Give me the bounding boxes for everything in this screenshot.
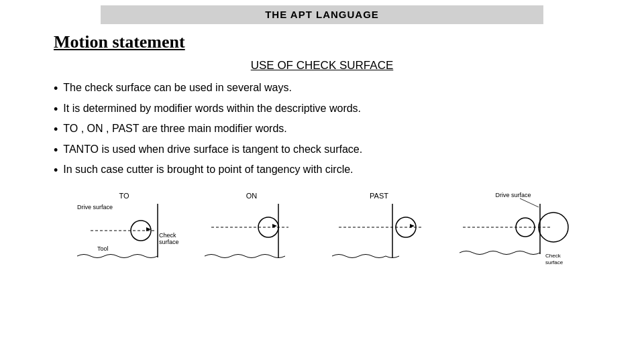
bullet-symbol: • [54,164,58,178]
svg-text:Drive surface: Drive surface [495,192,531,198]
svg-text:surface: surface [545,259,564,265]
section-heading: Motion statement [54,32,590,52]
bullet-symbol: • [54,123,58,137]
bullet-list: • The check surface can be used in sever… [54,82,590,178]
list-item: • In such case cutter is brought to poin… [54,164,590,178]
svg-text:Tool: Tool [97,245,109,252]
svg-text:PAST: PAST [370,192,388,200]
bullet-symbol: • [54,82,58,97]
bullet-text: The check surface can be used in several… [63,82,292,94]
bullet-symbol: • [54,103,58,117]
content-area: Motion statement USE OF CHECK SURFACE • … [0,24,644,274]
bullet-text: TANTO is used when drive surface is tang… [63,143,362,156]
diagrams-row: TO Drive surface Tool Check [54,190,590,267]
diagram-on-svg: ON [198,190,319,267]
diagram-tanto: Drive surface Check surface [449,190,577,267]
diagram-past-svg: PAST [325,190,446,267]
list-item: • TANTO is used when drive surface is ta… [54,143,590,158]
header-title: THE APT LANGUAGE [265,9,379,20]
svg-text:TO: TO [119,192,129,200]
list-item: • It is determined by modifier words wit… [54,103,590,117]
svg-text:Drive surface: Drive surface [77,204,113,210]
list-item: • The check surface can be used in sever… [54,82,590,97]
list-item: • TO , ON , PAST are three main modifier… [54,123,590,137]
svg-text:ON: ON [246,192,258,200]
sub-heading: USE OF CHECK SURFACE [54,59,590,72]
diagram-to-svg: TO Drive surface Tool Check [70,190,191,267]
svg-line-20 [520,198,539,207]
diagram-on: ON [195,190,322,267]
svg-text:Check: Check [545,253,561,259]
page-container: THE APT LANGUAGE Motion statement USE OF… [0,5,644,362]
bullet-text: It is determined by modifier words withi… [63,103,361,115]
bullet-symbol: • [54,143,58,158]
bullet-text: In such case cutter is brought to point … [63,164,353,176]
svg-text:Check: Check [159,232,176,239]
diagram-to: TO Drive surface Tool Check [67,190,195,267]
diagram-tanto-svg: Drive surface Check surface [453,190,574,267]
header-bar: THE APT LANGUAGE [101,5,543,24]
bullet-text: TO , ON , PAST are three main modifier w… [63,123,286,135]
diagram-past: PAST [322,190,449,267]
svg-text:surface: surface [159,239,179,245]
svg-marker-18 [410,224,415,228]
